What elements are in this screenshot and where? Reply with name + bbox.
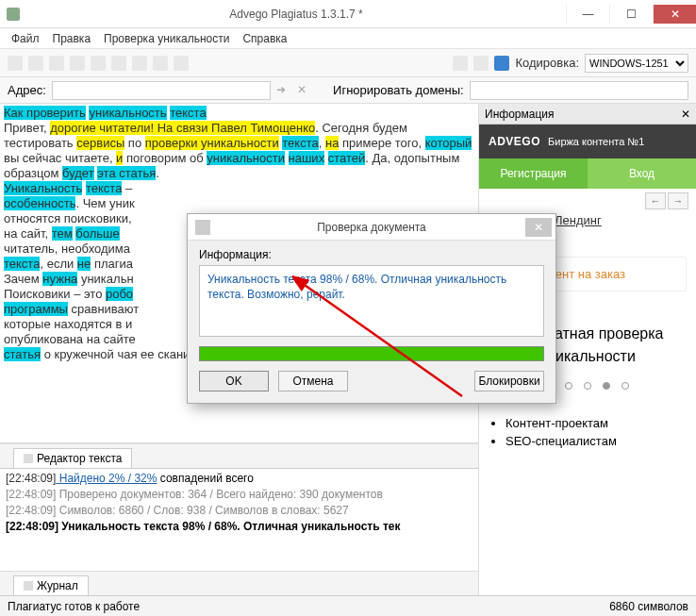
dialog-section-label: Информация: (199, 248, 544, 261)
tool-icon-b[interactable] (473, 56, 489, 71)
side-list: Контент-проектам SEO-специалистам (479, 403, 696, 461)
stop-icon[interactable]: ✕ (297, 83, 312, 98)
cancel-button[interactable]: Отмена (278, 371, 348, 391)
ignore-input[interactable] (470, 81, 688, 100)
save-icon[interactable] (49, 56, 64, 71)
menu-help[interactable]: Справка (242, 32, 287, 45)
dialog-app-icon (195, 220, 210, 235)
journal-icon (24, 581, 33, 591)
paste-icon[interactable] (111, 56, 126, 71)
encoding-label: Кодировка: (515, 56, 579, 70)
new-icon[interactable] (8, 56, 23, 71)
blocks-button[interactable]: Блокировки (474, 371, 544, 391)
nav-prev-icon[interactable]: ← (645, 192, 666, 209)
encoding-select[interactable]: WINDOWS-1251 (585, 54, 688, 73)
menu-check[interactable]: Проверка уникальности (104, 32, 229, 45)
slider-dot[interactable] (621, 382, 629, 390)
status-text: Плагиатус готов к работе (8, 600, 140, 613)
cut-icon[interactable] (91, 56, 106, 71)
brand-logo: ADVEGO (489, 135, 540, 148)
dialog-message: Уникальность текста 98% / 68%. Отличная … (199, 265, 544, 337)
check-dialog: Проверка документа ✕ Информация: Уникаль… (187, 213, 556, 404)
log-panel[interactable]: [22:48:09] Найдено 2% / 32% совпадений в… (0, 469, 478, 571)
maximize-button[interactable]: ☐ (609, 5, 653, 24)
redo-icon[interactable] (153, 56, 168, 71)
address-label: Адрес: (8, 83, 46, 97)
slider-dot[interactable] (603, 382, 610, 390)
go-icon[interactable]: ➜ (276, 83, 291, 98)
list-item[interactable]: Контент-проектам (505, 416, 683, 430)
tab-editor[interactable]: Редактор текста (13, 448, 132, 468)
window-title: Advego Plagiatus 1.3.1.7 * (26, 8, 566, 21)
ignore-label: Игнорировать домены: (333, 83, 464, 97)
toolbar: Кодировка: WINDOWS-1251 (0, 49, 696, 77)
address-input[interactable] (52, 81, 271, 100)
edit-icon (24, 454, 33, 463)
dialog-title: Проверка документа (317, 221, 426, 234)
open-icon[interactable] (28, 56, 43, 71)
slider-dot[interactable] (565, 382, 572, 390)
status-chars: 6860 символов (609, 600, 688, 613)
close-button[interactable]: ✕ (653, 5, 696, 24)
advego-banner: ADVEGO Биржа контента №1 (479, 125, 696, 158)
dialog-close-button[interactable]: ✕ (525, 218, 552, 237)
sidebar-close-icon[interactable]: ✕ (681, 108, 690, 121)
status-bar: Плагиатус готов к работе 6860 символов (0, 595, 696, 616)
menu-edit[interactable]: Правка (53, 32, 91, 45)
menubar: Файл Правка Проверка уникальности Справк… (0, 28, 696, 49)
nav-next-icon[interactable]: → (668, 192, 688, 209)
app-icon (0, 8, 26, 21)
tool-icon-a[interactable] (453, 56, 468, 71)
ok-button[interactable]: OK (199, 371, 269, 391)
login-button[interactable]: Вход (588, 158, 696, 189)
list-item[interactable]: SEO-специалистам (505, 434, 683, 448)
address-bar: Адрес: ➜ ✕ Игнорировать домены: (0, 77, 696, 104)
undo-icon[interactable] (132, 56, 147, 71)
register-button[interactable]: Регистрация (479, 158, 588, 189)
copy-icon[interactable] (70, 56, 85, 71)
help-icon[interactable] (494, 56, 509, 71)
settings-icon[interactable] (174, 56, 189, 71)
sidebar-title: Информация (485, 108, 554, 121)
menu-file[interactable]: Файл (11, 32, 40, 45)
progress-bar (199, 346, 544, 361)
window-titlebar: Advego Plagiatus 1.3.1.7 * — ☐ ✕ (0, 0, 696, 28)
slider-dot[interactable] (584, 382, 591, 390)
minimize-button[interactable]: — (566, 5, 609, 24)
tab-journal[interactable]: Журнал (13, 575, 89, 595)
brand-tagline: Биржа контента №1 (548, 136, 644, 147)
